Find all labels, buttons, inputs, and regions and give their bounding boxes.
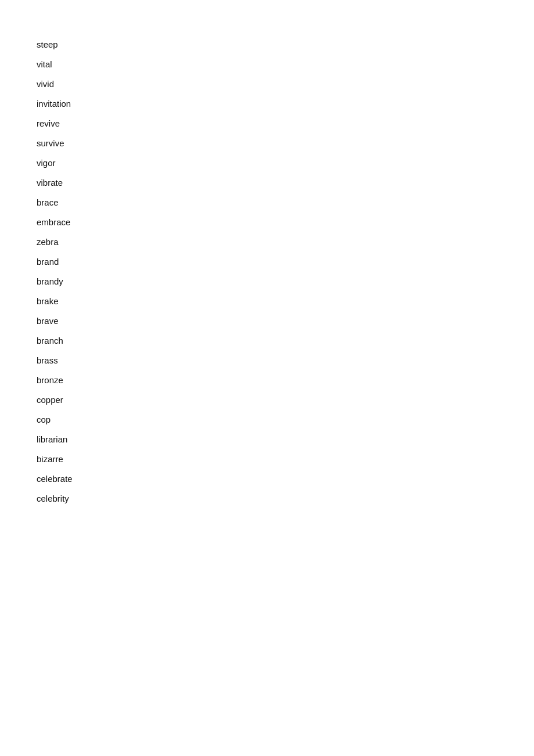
list-item: copper xyxy=(37,390,534,410)
list-item: brace xyxy=(37,193,534,213)
list-item: vigor xyxy=(37,153,534,173)
list-item: survive xyxy=(37,134,534,153)
list-item: librarian xyxy=(37,430,534,449)
list-item: celebrity xyxy=(37,489,534,509)
list-item: branch xyxy=(37,331,534,351)
list-item: cop xyxy=(37,410,534,430)
list-item: vital xyxy=(37,55,534,74)
list-item: vibrate xyxy=(37,173,534,193)
list-item: brave xyxy=(37,311,534,331)
list-item: bizarre xyxy=(37,449,534,469)
list-item: brand xyxy=(37,252,534,272)
list-item: brake xyxy=(37,291,534,311)
list-item: invitation xyxy=(37,94,534,114)
list-item: embrace xyxy=(37,213,534,232)
list-item: vivid xyxy=(37,74,534,94)
list-item: bronze xyxy=(37,370,534,390)
list-item: brandy xyxy=(37,272,534,291)
list-item: zebra xyxy=(37,232,534,252)
list-item: celebrate xyxy=(37,469,534,489)
list-item: steep xyxy=(37,35,534,55)
list-item: revive xyxy=(37,114,534,134)
word-list: steepvitalvividinvitationrevivesurvivevi… xyxy=(0,0,534,543)
list-item: brass xyxy=(37,351,534,370)
